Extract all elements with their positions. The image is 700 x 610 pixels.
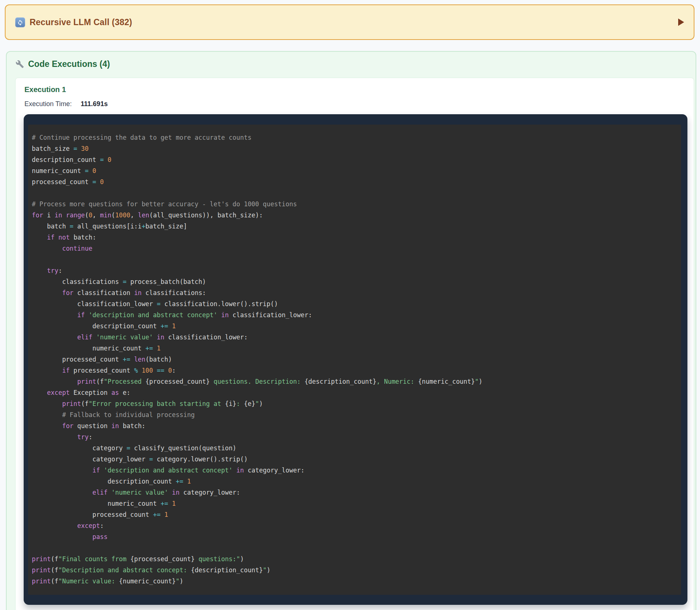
section-title: Code Executions (4) [28, 59, 110, 69]
code-line: if 'description and abstract concept' in… [32, 309, 681, 321]
code-line: except Exception as e: [32, 387, 681, 398]
code-line: classifications = process_batch(batch) [32, 276, 681, 287]
code-line: description_count += 1 [32, 321, 681, 332]
code-line: numeric_count += 1 [32, 498, 681, 509]
code-executions-section: Code Executions (4) Execution 1 Executio… [6, 51, 696, 610]
code-line: if not batch: [32, 232, 681, 243]
code-line [32, 187, 681, 199]
code-line: print(f"Description and abstract concept… [32, 565, 681, 576]
code-line: classification_lower = classification.lo… [32, 298, 681, 309]
code-line: # Fallback to individual processing [32, 409, 681, 420]
code-line: for i in range(0, min(1000, len(all_ques… [32, 210, 681, 221]
code-block: # Continue processing the data to get mo… [24, 114, 687, 605]
code-line: elif 'numeric value' in classification_l… [32, 332, 681, 343]
wrench-icon [16, 60, 24, 68]
code-line: description_count = 0 [32, 154, 681, 165]
code-line: pass [32, 531, 681, 542]
code-line: print(f"Numeric value: {numeric_count}") [32, 576, 681, 587]
execution-time-label: Execution Time: [24, 100, 72, 108]
code-content: # Continue processing the data to get mo… [28, 125, 681, 595]
code-line: try: [32, 265, 681, 276]
code-line: category_lower = category.lower().strip(… [32, 454, 681, 465]
code-line: if 'description and abstract concept' in… [32, 465, 681, 476]
code-line: elif 'numeric value' in category_lower: [32, 487, 681, 498]
code-line: processed_count += len(batch) [32, 354, 681, 365]
execution-time-row: Execution Time: 111.691s [24, 100, 694, 108]
code-line: numeric_count += 1 [32, 343, 681, 354]
code-line: for question in batch: [32, 420, 681, 431]
code-line: if processed_count % 100 == 0: [32, 365, 681, 376]
code-line: # Continue processing the data to get mo… [32, 132, 681, 143]
code-line: try: [32, 431, 681, 443]
code-line [32, 542, 681, 553]
code-line: except: [32, 520, 681, 531]
execution-title: Execution 1 [24, 85, 694, 94]
expand-play-icon[interactable] [678, 18, 684, 26]
code-line: # Process more questions for better accu… [32, 199, 681, 210]
code-line: category = classify_question(question) [32, 443, 681, 454]
recursive-arrows-icon [15, 17, 25, 27]
execution-card: Execution 1 Execution Time: 111.691s # C… [15, 78, 694, 610]
code-line: continue [32, 243, 681, 254]
code-line: description_count += 1 [32, 476, 681, 487]
section-header: Code Executions (4) [16, 59, 696, 69]
code-line: for classification in classifications: [32, 287, 681, 298]
code-line: numeric_count = 0 [32, 165, 681, 176]
code-line: processed_count += 1 [32, 509, 681, 520]
code-line: print(f"Final counts from {processed_cou… [32, 553, 681, 565]
code-line: print(f"Processed {processed_count} ques… [32, 376, 681, 387]
code-line: processed_count = 0 [32, 176, 681, 187]
code-line: print(f"Error processing batch starting … [32, 398, 681, 409]
banner-title: Recursive LLM Call (382) [30, 17, 132, 27]
recursive-llm-call-banner[interactable]: Recursive LLM Call (382) [5, 4, 694, 40]
code-line: batch = all_questions[i:i+batch_size] [32, 221, 681, 232]
code-line [32, 254, 681, 265]
execution-time-value: 111.691s [81, 100, 108, 108]
code-line: batch_size = 30 [32, 143, 681, 154]
